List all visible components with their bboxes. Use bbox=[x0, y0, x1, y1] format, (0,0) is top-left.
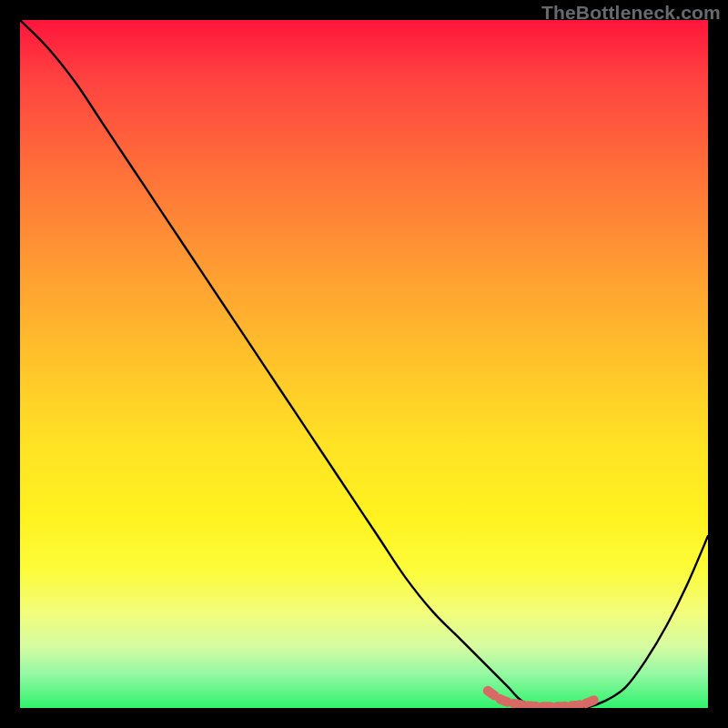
plot-area bbox=[20, 20, 708, 708]
bottleneck-curve bbox=[20, 20, 708, 708]
bottom-marker bbox=[488, 691, 598, 706]
watermark-text: TheBottleneck.com bbox=[541, 2, 721, 24]
chart-container: TheBottleneck.com bbox=[0, 0, 728, 728]
curve-layer bbox=[20, 20, 708, 708]
